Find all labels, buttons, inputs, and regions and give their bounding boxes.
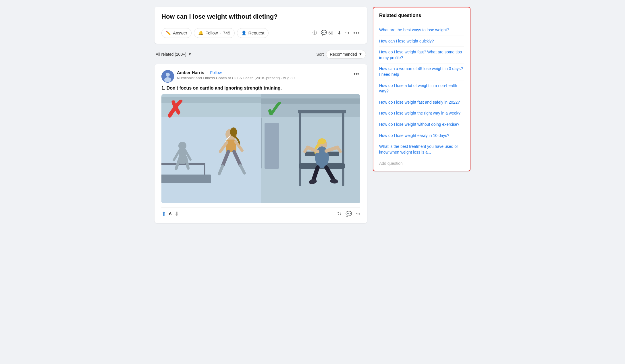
question-title: How can I lose weight without dieting?: [161, 13, 360, 21]
share-button[interactable]: ↪: [345, 30, 349, 36]
share-answer-icon: ↪: [356, 211, 360, 217]
question-card: How can I lose weight without dieting? ✏…: [155, 7, 367, 44]
svg-rect-29: [265, 123, 279, 169]
image-left-wrong: ✗: [161, 94, 261, 203]
filter-sort: Sort Recommended ▼: [316, 50, 366, 59]
downvote-button[interactable]: ⬇: [337, 30, 341, 36]
downvote-answer-icon: ⬇: [174, 210, 179, 217]
related-question-item[interactable]: How do I lose weight the right way in a …: [379, 108, 464, 119]
avatar: [161, 70, 174, 83]
sort-label: Sort: [316, 52, 324, 57]
related-question-item[interactable]: How can a woman of 45 lose weight in 3 d…: [379, 63, 464, 80]
comment-button[interactable]: 💬 60: [321, 30, 333, 36]
author-details: Amber Harris · Follow Nutritionist and F…: [177, 70, 295, 80]
related-question-item[interactable]: What are the best ways to lose weight?: [379, 25, 464, 36]
svg-point-2: [164, 77, 171, 82]
follow-button[interactable]: 🔔 Follow · 745: [194, 28, 235, 38]
related-question-item[interactable]: How can I lose weight quickly?: [379, 36, 464, 47]
answer-button[interactable]: ✏️ Answer: [161, 28, 192, 38]
wrong-mark: ✗: [165, 98, 185, 121]
vote-count: 6: [169, 211, 171, 216]
svg-rect-9: [204, 163, 205, 175]
comment-count: 60: [328, 30, 333, 35]
action-right-area: ⓘ 💬 60 ⬇ ↪ •••: [312, 30, 360, 36]
related-question-item[interactable]: How do I lose a lot of weight in a non-h…: [379, 80, 464, 97]
chevron-down-icon-sort: ▼: [359, 52, 362, 56]
comment-answer-icon: 💬: [346, 211, 352, 217]
author-meta: Nutritionist and Fitness Coach at UCLA H…: [177, 76, 295, 80]
more-icon: •••: [353, 30, 360, 36]
upvote-button[interactable]: ⬆: [161, 210, 166, 217]
related-list: What are the best ways to lose weight?Ho…: [379, 25, 464, 158]
downvote-answer-button[interactable]: ⬇: [174, 210, 179, 217]
author-info: Amber Harris · Follow Nutritionist and F…: [161, 70, 295, 83]
author-follow-button[interactable]: Follow: [210, 70, 222, 75]
action-bar: ✏️ Answer 🔔 Follow · 745 👤 Request: [161, 25, 360, 38]
related-questions-card: Related questions What are the best ways…: [373, 7, 470, 171]
vote-section: ⬆ 6 ⬇: [161, 210, 179, 217]
downvote-icon: ⬇: [337, 30, 341, 36]
refresh-button[interactable]: ↻: [337, 211, 342, 217]
related-question-item[interactable]: How do I lose weight fast? What are some…: [379, 47, 464, 63]
request-button[interactable]: 👤 Request: [237, 28, 269, 38]
chevron-down-icon: ▼: [188, 52, 192, 56]
footer-actions: ↻ 💬 ↪: [337, 211, 360, 217]
info-icon: ⓘ: [312, 30, 317, 36]
request-icon: 👤: [241, 30, 247, 36]
info-button[interactable]: ⓘ: [312, 30, 317, 36]
filter-all-related[interactable]: All related (100+) ▼: [156, 52, 192, 57]
recommended-label: Recommended: [330, 52, 357, 57]
correct-mark: ✓: [265, 98, 284, 121]
related-title: Related questions: [379, 13, 464, 21]
svg-point-17: [230, 127, 237, 137]
answer-content-title: 1. Don't focus on cardio and ignoring st…: [161, 86, 360, 91]
answer-card: Amber Harris · Follow Nutritionist and F…: [155, 64, 367, 223]
svg-point-10: [178, 142, 186, 150]
sidebar: Related questions What are the best ways…: [373, 7, 470, 357]
svg-rect-32: [298, 110, 346, 113]
all-related-label: All related (100+): [156, 52, 186, 57]
answer-image: ✗: [161, 94, 360, 203]
related-question-item[interactable]: How do I lose weight easily in 10 days?: [379, 130, 464, 142]
author-name-row: Amber Harris · Follow: [177, 70, 295, 75]
image-right-correct: ✓: [261, 94, 360, 203]
answer-header: Amber Harris · Follow Nutritionist and F…: [161, 70, 360, 83]
svg-point-36: [318, 138, 326, 144]
answer-more-button[interactable]: •••: [352, 70, 360, 78]
related-question-item[interactable]: How do I lose weight fast and safely in …: [379, 97, 464, 108]
answer-label: Answer: [173, 30, 187, 35]
svg-rect-30: [299, 111, 301, 186]
comment-answer-button[interactable]: 💬: [346, 211, 352, 217]
svg-rect-28: [261, 117, 262, 169]
share-icon: ↪: [345, 30, 349, 36]
filter-bar: All related (100+) ▼ Sort Recommended ▼: [155, 47, 367, 62]
more-options-button[interactable]: •••: [353, 30, 360, 36]
follow-label: Follow: [205, 30, 218, 35]
svg-rect-31: [342, 111, 344, 186]
related-question-item[interactable]: How do I lose weight without doing exerc…: [379, 119, 464, 130]
refresh-icon: ↻: [337, 211, 342, 217]
edit-icon: ✏️: [166, 30, 171, 36]
upvote-icon: ⬆: [161, 210, 166, 217]
share-answer-button[interactable]: ↪: [356, 211, 360, 217]
request-label: Request: [248, 30, 265, 35]
follow-icon: 🔔: [198, 30, 204, 36]
svg-point-1: [166, 73, 170, 77]
add-question-button[interactable]: Add question: [379, 158, 464, 166]
comment-icon: 💬: [321, 30, 327, 36]
answer-footer: ⬆ 6 ⬇ ↻ 💬 ↪: [161, 207, 360, 217]
sort-dropdown[interactable]: Recommended ▼: [326, 50, 366, 59]
author-name: Amber Harris: [177, 70, 204, 75]
svg-rect-6: [161, 175, 211, 183]
follow-count: 745: [223, 30, 230, 35]
related-question-item[interactable]: What is the best treatment you have used…: [379, 141, 464, 158]
